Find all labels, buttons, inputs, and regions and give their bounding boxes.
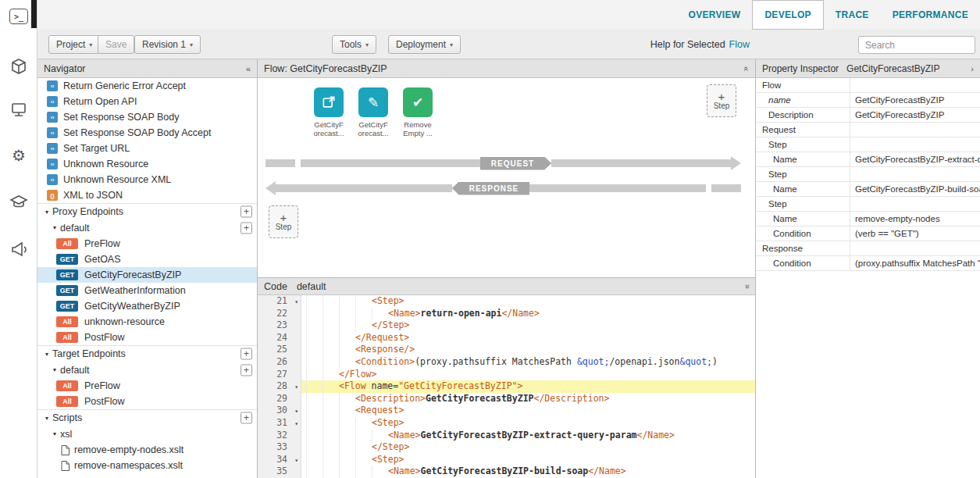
fold-arrow-icon[interactable]: ▾ [294,296,298,309]
inspector-row-condition[interactable]: Condition(verb == "GET") [756,227,980,241]
code-lines[interactable]: 21▾<Step>22<Name>return-open-api</Name>2… [258,295,755,478]
add-step-button-request[interactable]: + Step [707,84,736,117]
code-text[interactable]: </Request> [301,332,755,344]
proxy-endpoint-default[interactable]: ▾ default + [37,219,257,236]
inspector-row-condition[interactable]: Condition(proxy.pathsuffix MatchesPath "… [756,256,980,271]
code-line[interactable]: 34▾<Step> [258,454,755,466]
tab-trace[interactable]: TRACE [824,0,881,30]
code-text[interactable]: </Step> [301,319,755,332]
line-number[interactable]: 32 [258,430,301,442]
collapse-down-icon[interactable]: « [742,284,751,288]
add-flow-button[interactable]: + [241,364,252,376]
code-line[interactable]: 27</Flow> [258,369,755,381]
flow-step-3[interactable]: ✔ Remove Empty ... [397,87,439,138]
project-button[interactable]: Project ▾ [48,35,100,54]
code-line[interactable]: 28▾<Flow name="GetCityForecastByZIP"> [258,380,755,393]
code-text[interactable]: <Flow name="GetCityForecastByZIP"> [301,380,755,393]
add-target-endpoint-button[interactable]: + [241,348,252,360]
terminal-icon[interactable]: >_ [9,6,29,27]
target-endpoint-default[interactable]: ▾ default + [37,362,257,378]
section-proxy-endpoints[interactable]: ▾ Proxy Endpoints + [37,203,257,219]
script-file-remove-namespaces[interactable]: remove-namespaces.xslt [37,458,257,473]
line-number[interactable]: 30▾ [258,405,301,417]
line-number[interactable]: 29 [258,393,301,405]
fold-arrow-icon[interactable]: ▾ [294,455,298,467]
code-line[interactable]: 29<Description>GetCityForecastByZIP</Des… [258,393,755,405]
flow-step-2[interactable]: ✎ GetCityF orecast... [352,87,394,138]
inspector-value[interactable]: remove-empty-nodes [850,212,980,226]
code-line[interactable]: 22<Name>return-open-api</Name> [258,308,755,320]
code-text[interactable]: <Description>GetCityForecastByZIP</Descr… [301,393,755,405]
policy-item[interactable]: ‹›Set Target URL [37,141,257,156]
add-script-button[interactable]: + [241,412,252,424]
code-tab-default[interactable]: default [297,281,326,292]
line-number[interactable]: 27 [258,369,301,381]
help-flow-link[interactable]: Flow [729,39,750,50]
code-line[interactable]: 25<Response/> [258,344,755,356]
line-number[interactable]: 24 [258,332,301,344]
add-flow-button[interactable]: + [241,222,252,234]
scripts-group-xsl[interactable]: ▾ xsl [37,426,257,442]
line-number[interactable]: 28▾ [258,380,301,393]
tab-overview[interactable]: OVERVIEW [677,0,753,30]
flow-step-1[interactable]: GetCityF orecast... [308,87,350,138]
inspector-row-step-name[interactable]: Nameremove-empty-nodes [756,212,980,227]
add-proxy-endpoint-button[interactable]: + [241,206,252,218]
code-text[interactable]: </Flow> [301,369,755,381]
code-text[interactable]: <Step> [301,454,755,466]
section-scripts[interactable]: ▾ Scripts + [37,409,257,426]
code-text[interactable]: <Step> [301,417,755,430]
inspector-value[interactable]: GetCityForecastByZIP [850,108,980,122]
code-line[interactable]: 31▾<Step> [258,417,755,430]
code-text[interactable]: <Name>return-open-api</Name> [301,308,755,320]
save-button[interactable]: Save [98,35,134,54]
code-line[interactable]: 26<Condition>(proxy.pathsuffix MatchesPa… [258,356,755,369]
deployment-button[interactable]: Deployment ▾ [388,35,461,54]
fold-arrow-icon[interactable]: ▾ [294,405,298,418]
inspector-row-name[interactable]: nameGetCityForecastByZIP [756,93,980,108]
inspector-row-description[interactable]: DescriptionGetCityForecastByZIP [756,108,980,123]
code-text[interactable]: <Response/> [301,344,755,356]
megaphone-icon[interactable] [9,239,29,259]
search-input[interactable] [858,36,975,54]
policy-item[interactable]: ‹›Return Open API [37,94,257,109]
policy-item[interactable]: ‹›Unknown Resource [37,156,257,172]
policy-item[interactable]: ‹›Unknown Resource XML [37,172,257,187]
collapse-up-icon[interactable]: « [742,66,751,70]
code-line[interactable]: 21▾<Step> [258,295,755,308]
target-flow-preflow[interactable]: AllPreFlow [37,378,257,394]
code-line[interactable]: 32<Name>GetCityForecastByZIP-extract-que… [258,430,755,442]
add-step-button-response[interactable]: + Step [269,205,298,238]
inspector-value[interactable]: GetCityForecastByZIP-extract-qu [850,152,980,166]
inspector-row-step-name[interactable]: NameGetCityForecastByZIP-extract-qu [756,152,980,167]
tab-develop[interactable]: DEVELOP [752,0,823,30]
code-text[interactable]: <Request> [301,405,755,417]
line-number[interactable]: 26 [258,356,301,369]
flow-item-getcityweatherbyzip[interactable]: GETGetCityWeatherByZIP [37,298,257,314]
section-target-endpoints[interactable]: ▾ Target Endpoints + [37,345,257,362]
inspector-value[interactable]: GetCityForecastByZIP-build-soap [850,182,980,196]
code-line[interactable]: 35<Name>GetCityForecastByZIP-build-soap<… [258,466,755,478]
policy-item[interactable]: ‹›Set Response SOAP Body Accept [37,125,257,141]
inspector-row-step-name[interactable]: NameGetCityForecastByZIP-build-soap [756,182,980,197]
policy-item[interactable]: ‹›Return Generic Error Accept [37,78,257,94]
script-file-remove-empty-nodes[interactable]: remove-empty-nodes.xslt [37,442,257,458]
code-text[interactable]: <Step> [301,295,755,308]
code-line[interactable]: 24</Request> [258,332,755,344]
inspector-value[interactable]: (proxy.pathsuffix MatchesPath "/c [850,256,980,270]
flow-item-unknown-resource[interactable]: Allunknown-resource [37,314,257,330]
line-number[interactable]: 23 [258,319,301,332]
workstation-icon[interactable] [9,100,29,120]
line-number[interactable]: 25 [258,344,301,356]
code-line[interactable]: 33</Step> [258,441,755,454]
flow-item-getoas[interactable]: GETGetOAS [37,251,257,267]
package-icon[interactable] [9,56,29,77]
settings-gears-icon[interactable]: ⚙ [9,145,29,166]
tools-button[interactable]: Tools ▾ [332,35,376,54]
tab-performance[interactable]: PERFORMANCE [881,0,980,30]
fold-arrow-icon[interactable]: ▾ [294,418,298,430]
flow-item-getweatherinformation[interactable]: GETGetWeatherInformation [37,283,257,298]
target-flow-postflow[interactable]: AllPostFlow [37,394,257,409]
line-number[interactable]: 33 [258,441,301,454]
code-text[interactable]: </Step> [301,441,755,454]
